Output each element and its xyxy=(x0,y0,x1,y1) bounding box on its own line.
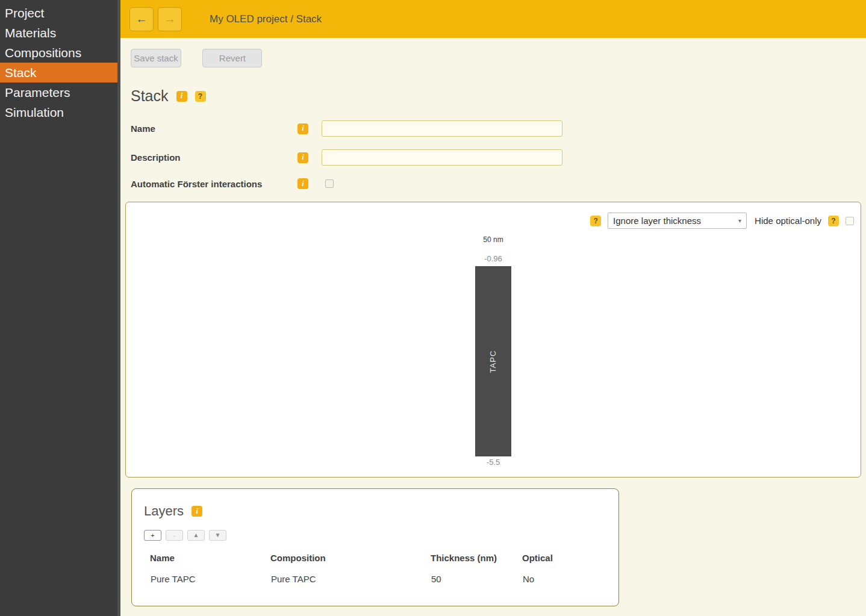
layers-toolbar: + - ▲ ▼ xyxy=(144,530,606,541)
name-input[interactable] xyxy=(322,120,562,137)
hide-optical-help-icon[interactable]: ? xyxy=(828,216,839,226)
layer-optical-cell: No xyxy=(516,565,606,586)
help-icon[interactable]: ? xyxy=(195,91,206,102)
sidebar-item-compositions[interactable]: Compositions xyxy=(0,43,120,63)
stack-heading-row: Stack i ? xyxy=(131,87,861,105)
layer-thickness-label: 50 nm xyxy=(475,235,511,244)
stack-form: Name i Description i Automatic Förster i… xyxy=(131,120,861,189)
forster-info-icon[interactable]: i xyxy=(297,178,308,189)
diagram-controls: ? Ignore layer thickness ▾ Hide optical-… xyxy=(590,213,854,229)
back-arrow-icon: ← xyxy=(136,13,148,26)
breadcrumb: My OLED project / Stack xyxy=(210,13,322,25)
layer-composition-cell: Pure TAPC xyxy=(264,565,425,586)
sidebar-item-materials[interactable]: Materials xyxy=(0,23,120,43)
hide-optical-checkbox[interactable] xyxy=(846,217,854,225)
table-row[interactable]: Pure TAPC Pure TAPC 50 No xyxy=(144,565,606,586)
layer-energy-bottom: -5.5 xyxy=(475,458,511,467)
thickness-help-icon[interactable]: ? xyxy=(590,216,601,226)
layers-table: Name Composition Thickness (nm) Optical … xyxy=(144,550,606,586)
layer-thickness-select[interactable]: Ignore layer thickness ▾ xyxy=(608,213,747,229)
move-layer-down-button[interactable]: ▼ xyxy=(209,530,226,541)
layers-table-header-row: Name Composition Thickness (nm) Optical xyxy=(144,550,606,565)
stack-toolbar: Save stack Revert xyxy=(131,49,861,67)
sidebar-item-project[interactable]: Project xyxy=(0,3,120,23)
layers-title: Layers xyxy=(144,503,184,519)
column-header-composition: Composition xyxy=(264,550,425,565)
layer-energy-top: -0.96 xyxy=(475,254,511,263)
description-input[interactable] xyxy=(322,149,562,166)
layer-thickness-cell: 50 xyxy=(425,565,516,586)
forward-button[interactable]: → xyxy=(158,7,182,31)
column-header-optical: Optical xyxy=(516,550,606,565)
info-icon[interactable]: i xyxy=(176,91,187,102)
layers-info-icon[interactable]: i xyxy=(192,506,202,517)
remove-layer-button[interactable]: - xyxy=(166,530,183,541)
layer-thickness-select-value: Ignore layer thickness xyxy=(613,216,701,226)
stack-diagram-panel: ? Ignore layer thickness ▾ Hide optical-… xyxy=(125,202,861,478)
sidebar: Project Materials Compositions Stack Par… xyxy=(0,0,120,616)
layers-panel: Layers i + - ▲ ▼ Name Composition Thickn… xyxy=(131,488,619,606)
sidebar-item-stack[interactable]: Stack xyxy=(0,63,120,82)
forster-label: Automatic Förster interactions xyxy=(131,179,297,189)
column-header-thickness: Thickness (nm) xyxy=(425,550,516,565)
back-button[interactable]: ← xyxy=(129,7,154,31)
description-info-icon[interactable]: i xyxy=(297,152,308,163)
column-header-name: Name xyxy=(144,550,264,565)
chevron-down-icon: ▾ xyxy=(738,217,741,224)
move-layer-up-button[interactable]: ▲ xyxy=(187,530,205,541)
hide-optical-label: Hide optical-only xyxy=(755,216,821,226)
layers-title-row: Layers i xyxy=(144,503,606,519)
layer-bar-tapc[interactable]: TAPC xyxy=(475,266,511,456)
layer-bar-label: TAPC xyxy=(489,350,498,373)
forward-arrow-icon: → xyxy=(164,13,176,26)
add-layer-button[interactable]: + xyxy=(144,530,161,541)
forster-checkbox[interactable] xyxy=(325,179,334,188)
forster-row: Automatic Förster interactions i xyxy=(131,178,861,189)
name-info-icon[interactable]: i xyxy=(297,123,308,134)
content: Save stack Revert Stack i ? Name i Descr… xyxy=(120,38,866,616)
main-area: ← → My OLED project / Stack Save stack R… xyxy=(120,0,866,616)
name-row: Name i xyxy=(131,120,861,137)
page-title: Stack xyxy=(131,87,169,105)
save-stack-button[interactable]: Save stack xyxy=(131,49,181,67)
top-bar: ← → My OLED project / Stack xyxy=(120,0,866,38)
sidebar-item-simulation[interactable]: Simulation xyxy=(0,102,120,122)
sidebar-item-parameters[interactable]: Parameters xyxy=(0,82,120,102)
revert-button[interactable]: Revert xyxy=(202,49,262,67)
layer-name-cell: Pure TAPC xyxy=(144,565,264,586)
description-label: Description xyxy=(131,152,297,163)
description-row: Description i xyxy=(131,149,861,166)
name-label: Name xyxy=(131,123,297,134)
